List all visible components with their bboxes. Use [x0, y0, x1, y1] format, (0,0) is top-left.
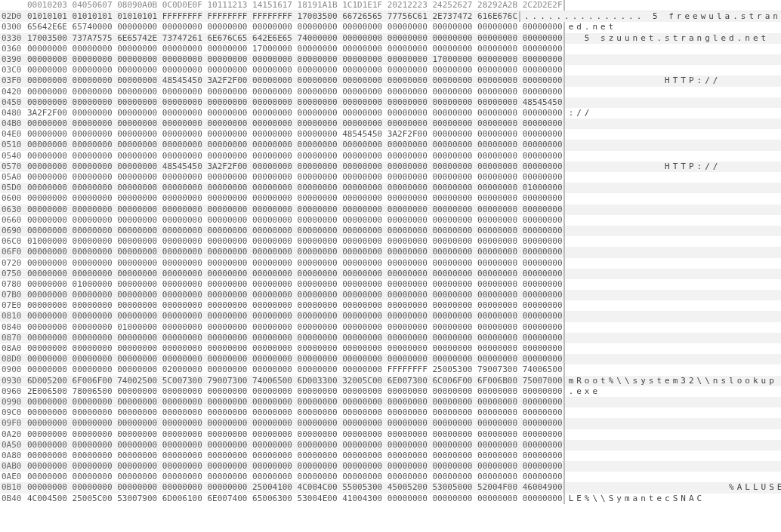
hex-row[interactable]: 084000000000 00000000 01000000 00000000 …	[0, 322, 781, 333]
row-ascii[interactable]	[566, 290, 781, 300]
row-ascii[interactable]	[566, 54, 781, 65]
row-ascii[interactable]	[566, 311, 781, 321]
hex-row[interactable]: 054000000000 00000000 00000000 00000000 …	[0, 151, 781, 161]
row-ascii[interactable]	[566, 461, 781, 472]
hex-row[interactable]: 0A5000000000 00000000 00000000 00000000 …	[0, 440, 781, 451]
row-hex[interactable]: 00000000 00000000 00000000 00000000 0000…	[27, 440, 563, 451]
hex-row[interactable]: 045000000000 00000000 00000000 00000000 …	[0, 97, 781, 108]
hex-row[interactable]: 04B000000000 00000000 00000000 00000000 …	[0, 118, 781, 129]
hex-row[interactable]: 0AB000000000 00000000 00000000 00000000 …	[0, 461, 781, 472]
row-hex[interactable]: 4C004500 25005C00 53007900 6D006100 6E00…	[27, 494, 563, 504]
row-ascii[interactable]: %ALLUSERSPROFI	[566, 482, 781, 493]
row-ascii[interactable]	[566, 354, 781, 364]
row-ascii[interactable]	[566, 269, 781, 279]
row-hex[interactable]: 00000000 00000000 00000000 00000000 0000…	[27, 258, 563, 269]
row-hex[interactable]: 2E006500 78006500 00000000 00000000 0000…	[27, 386, 563, 397]
hex-row[interactable]: 07E000000000 00000000 00000000 00000000 …	[0, 300, 781, 311]
row-hex[interactable]: 00000000 00000000 00000000 00000000 0000…	[27, 300, 563, 311]
row-ascii[interactable]	[566, 140, 781, 150]
row-ascii[interactable]	[566, 247, 781, 257]
row-ascii[interactable]: ed.net	[566, 22, 781, 32]
row-hex[interactable]: 00000000 00000000 00000000 00000000 0000…	[27, 87, 563, 97]
hex-row[interactable]: 09602E006500 78006500 00000000 00000000 …	[0, 386, 781, 397]
row-ascii[interactable]	[566, 44, 781, 54]
row-ascii[interactable]	[566, 451, 781, 461]
row-ascii[interactable]	[566, 300, 781, 311]
hex-row[interactable]: 05A000000000 00000000 00000000 00000000 …	[0, 172, 781, 183]
row-hex[interactable]: 00000000 00000000 00000000 00000000 0000…	[27, 429, 563, 440]
row-ascii[interactable]: HTTP://	[566, 129, 781, 140]
row-hex[interactable]: 3A2F2F00 00000000 00000000 00000000 0000…	[27, 108, 563, 118]
row-hex[interactable]: 00000000 00000000 00000000 00000000 0000…	[27, 290, 563, 300]
row-hex[interactable]: 00000000 00000000 00000000 00000000 0000…	[27, 472, 563, 482]
hex-row[interactable]: 0B404C004500 25005C00 53007900 6D006100 …	[0, 494, 781, 504]
hex-row[interactable]: 03C000000000 00000000 00000000 00000000 …	[0, 65, 781, 75]
row-hex[interactable]: 00000000 00000000 00000000 00000000 0000…	[27, 65, 563, 75]
hex-row[interactable]: 08A000000000 00000000 00000000 00000000 …	[0, 343, 781, 354]
row-hex[interactable]: 65642E6E 65740000 00000000 00000000 0000…	[27, 22, 563, 32]
row-ascii[interactable]: HTTP://	[566, 75, 781, 86]
row-ascii[interactable]	[566, 151, 781, 161]
hex-row[interactable]: 057000000000 00000000 00000000 48545450 …	[0, 161, 781, 172]
row-hex[interactable]: 00000000 00000000 00000000 00000000 0000…	[27, 333, 563, 343]
row-hex[interactable]: 00000000 00000000 00000000 48545450 3A2F…	[27, 75, 563, 86]
row-ascii[interactable]	[566, 440, 781, 451]
row-hex[interactable]: 00000000 00000000 00000000 00000000 0000…	[27, 482, 563, 493]
hex-row[interactable]: 030065642E6E 65740000 00000000 00000000 …	[0, 22, 781, 32]
row-ascii[interactable]	[566, 258, 781, 269]
row-hex[interactable]: 00000000 00000000 00000000 00000000 0000…	[27, 129, 563, 140]
hex-row[interactable]: 069000000000 00000000 00000000 00000000 …	[0, 226, 781, 236]
hex-row[interactable]: 051000000000 00000000 00000000 00000000 …	[0, 140, 781, 150]
row-ascii[interactable]	[566, 215, 781, 226]
row-hex[interactable]: 00000000 00000000 00000000 00000000 0000…	[27, 204, 563, 215]
row-ascii[interactable]: mRoot%\\system32\\nslookup	[566, 376, 781, 386]
row-hex[interactable]: 00000000 00000000 00000000 02000000 0000…	[27, 364, 563, 375]
hex-row[interactable]: 066000000000 00000000 00000000 00000000 …	[0, 215, 781, 226]
row-ascii[interactable]	[566, 472, 781, 482]
row-hex[interactable]: 00000000 00000000 00000000 00000000 0000…	[27, 183, 563, 193]
row-hex[interactable]: 01000000 00000000 00000000 00000000 0000…	[27, 236, 563, 247]
row-ascii[interactable]: .exe	[566, 386, 781, 397]
hex-row[interactable]: 042000000000 00000000 00000000 00000000 …	[0, 87, 781, 97]
row-ascii[interactable]: HTTP	[566, 97, 781, 108]
row-hex[interactable]: 00000000 00000000 00000000 00000000 0000…	[27, 140, 563, 150]
row-ascii[interactable]	[566, 226, 781, 236]
row-hex[interactable]: 17003500 737A7575 6E65742E 73747261 6E67…	[27, 33, 563, 44]
row-ascii[interactable]	[566, 322, 781, 333]
hex-row[interactable]: 039000000000 00000000 00000000 00000000 …	[0, 54, 781, 65]
row-hex[interactable]: 00000000 00000000 00000000 00000000 0000…	[27, 97, 563, 108]
row-ascii[interactable]: ....%Syste	[566, 364, 781, 375]
hex-row[interactable]: 063000000000 00000000 00000000 00000000 …	[0, 204, 781, 215]
hex-row[interactable]: 087000000000 00000000 00000000 00000000 …	[0, 333, 781, 343]
row-ascii[interactable]	[566, 418, 781, 429]
hex-row[interactable]: 060000000000 00000000 00000000 00000000 …	[0, 193, 781, 204]
row-ascii[interactable]	[566, 279, 781, 290]
hex-row[interactable]: 0A8000000000 00000000 00000000 00000000 …	[0, 451, 781, 461]
row-ascii[interactable]	[566, 343, 781, 354]
hex-row[interactable]: 081000000000 00000000 00000000 00000000 …	[0, 311, 781, 321]
row-hex[interactable]: 00000000 00000000 00000000 00000000 0000…	[27, 269, 563, 279]
hex-row[interactable]: 08D000000000 00000000 00000000 00000000 …	[0, 354, 781, 364]
row-hex[interactable]: 6D005200 6F006F00 74002500 5C007300 7900…	[27, 376, 563, 386]
row-hex[interactable]: 00000000 00000000 00000000 00000000 0000…	[27, 172, 563, 183]
row-ascii[interactable]: LE%\\SymantecSNAC	[566, 494, 781, 504]
row-ascii[interactable]	[566, 193, 781, 204]
row-ascii[interactable]	[566, 87, 781, 97]
hex-row[interactable]: 0AE000000000 00000000 00000000 00000000 …	[0, 472, 781, 482]
row-hex[interactable]: 00000000 00000000 00000000 00000000 0000…	[27, 118, 563, 129]
row-ascii[interactable]: ............... 5 freewula.strangl	[521, 11, 781, 22]
row-hex[interactable]: 00000000 01000000 00000000 00000000 0000…	[27, 279, 563, 290]
hex-row[interactable]: 04803A2F2F00 00000000 00000000 00000000 …	[0, 108, 781, 118]
hex-row[interactable]: 09C000000000 00000000 00000000 00000000 …	[0, 407, 781, 418]
row-hex[interactable]: 00000000 00000000 00000000 00000000 0000…	[27, 151, 563, 161]
row-hex[interactable]: 00000000 00000000 00000000 00000000 0000…	[27, 451, 563, 461]
row-hex[interactable]: 00000000 00000000 00000000 00000000 0000…	[27, 54, 563, 65]
hex-row[interactable]: 06C001000000 00000000 00000000 00000000 …	[0, 236, 781, 247]
row-ascii[interactable]: HTTP://	[566, 161, 781, 172]
hex-row[interactable]: 03F000000000 00000000 00000000 48545450 …	[0, 75, 781, 86]
row-ascii[interactable]	[566, 183, 781, 193]
row-ascii[interactable]	[566, 204, 781, 215]
row-hex[interactable]: 00000000 00000000 00000000 00000000 0000…	[27, 311, 563, 321]
hex-row[interactable]: 04E000000000 00000000 00000000 00000000 …	[0, 129, 781, 140]
hex-row[interactable]: 06F000000000 00000000 00000000 00000000 …	[0, 247, 781, 257]
